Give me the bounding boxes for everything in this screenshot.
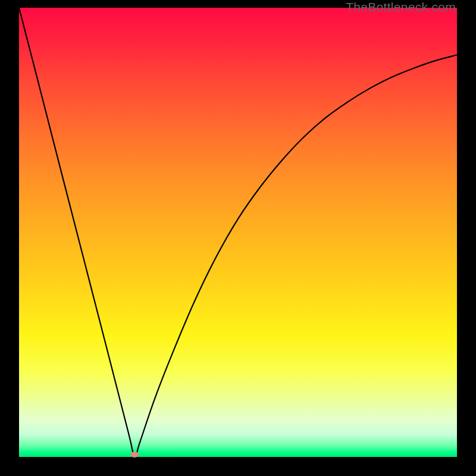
- chart-frame: TheBottleneck.com: [0, 0, 476, 476]
- bottleneck-curve: [19, 8, 457, 457]
- curve-path: [19, 8, 457, 458]
- plot-area: [19, 8, 457, 457]
- minimum-marker: [130, 452, 139, 458]
